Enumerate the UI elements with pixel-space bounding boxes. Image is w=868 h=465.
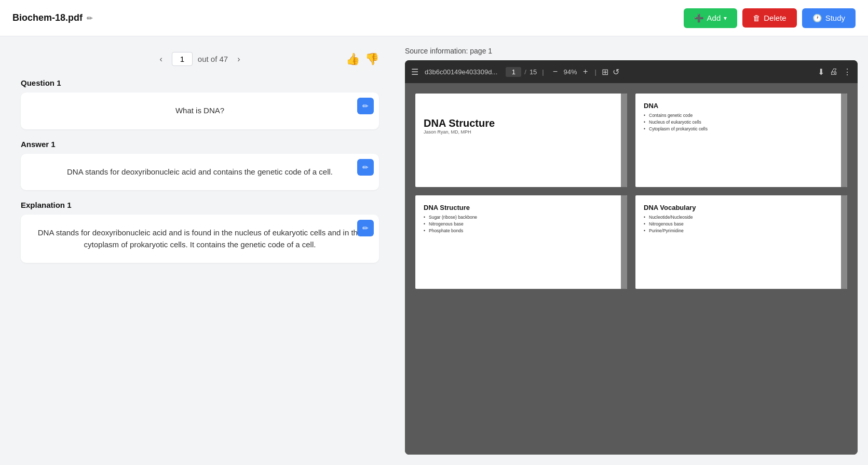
question-text: What is DNA? (31, 105, 369, 117)
pdf-more-button[interactable]: ⋮ (843, 67, 851, 77)
answer-label: Answer 1 (21, 140, 379, 149)
header-actions: ➕ Add ▾ 🗑 Delete 🕐 Study (684, 8, 856, 28)
study-button[interactable]: 🕐 Study (802, 8, 856, 28)
slide-scrollbar-3 (621, 195, 627, 289)
pdf-download-button[interactable]: ⬇ (818, 67, 824, 77)
left-panel: ‹ out of 47 › 👍 👎 Question 1 ✏ What is D… (0, 36, 400, 465)
pdf-rotate-button[interactable]: ↺ (613, 67, 619, 77)
edit-title-icon[interactable]: ✏ (87, 14, 93, 22)
pdf-page-total: 15 (530, 68, 537, 76)
slide-4-bullet-1: Nucleotide/Nucleoside (644, 215, 839, 220)
pdf-toolbar-right-actions: ⬇ 🖨 ⋮ (818, 67, 851, 77)
pdf-toolbar-sep2: | (594, 68, 596, 76)
pdf-zoom-control: − 94% + (551, 67, 590, 76)
slide-3-bullet-3: Phosphate bonds (424, 228, 619, 233)
pdf-slide-1: DNA Structure Jason Ryan, MD, MPH (415, 94, 627, 187)
slide-2-bullets: Contains genetic code Nucleus of eukaryo… (644, 113, 839, 131)
pdf-page-input[interactable] (506, 67, 521, 77)
slide-4-title: DNA Vocabulary (644, 204, 839, 211)
add-button[interactable]: ➕ Add ▾ (684, 8, 738, 28)
page-number-input[interactable] (172, 52, 193, 66)
explanation-label: Explanation 1 (21, 201, 379, 209)
pdf-content: DNA Structure Jason Ryan, MD, MPH DNA Co… (405, 83, 858, 455)
slide-scrollbar-4 (841, 195, 847, 289)
question-label: Question 1 (21, 78, 379, 87)
slide-2-title: DNA (644, 102, 839, 110)
delete-label: Delete (764, 14, 786, 22)
pdf-viewer: ☰ d3b6c00149e403309d... / 15 | − 94% + |… (405, 60, 858, 455)
add-label: Add (707, 14, 721, 22)
main-content: ‹ out of 47 › 👍 👎 Question 1 ✏ What is D… (0, 36, 868, 465)
delete-button[interactable]: 🗑 Delete (742, 8, 796, 28)
plus-icon: ➕ (694, 14, 704, 23)
slide-4-bullet-2: Nitrogenous base (644, 221, 839, 227)
answer-text: DNA stands for deoxyribonucleic acid and… (31, 166, 369, 178)
thumbs-down-button[interactable]: 👎 (365, 52, 379, 66)
edit-answer-button[interactable]: ✏ (357, 159, 374, 176)
edit-icon: ✏ (362, 224, 369, 232)
pdf-slide-4: DNA Vocabulary Nucleotide/Nucleoside Nit… (635, 195, 847, 289)
slide-3-bullets: Sugar (ribose) backbone Nitrogenous base… (424, 215, 619, 233)
slide-3-title: DNA Structure (424, 204, 619, 211)
pdf-filename: d3b6c00149e403309d... (425, 68, 497, 76)
document-title: Biochem-18.pdf (12, 12, 83, 23)
slide-2-bullet-2: Nucleus of eukaryotic cells (644, 119, 839, 125)
edit-question-button[interactable]: ✏ (357, 98, 374, 114)
edit-icon: ✏ (362, 102, 369, 110)
slide-3-bullet-2: Nitrogenous base (424, 221, 619, 227)
pdf-zoom-out-button[interactable]: − (551, 67, 559, 76)
pdf-slide-3: DNA Structure Sugar (ribose) backbone Ni… (415, 195, 627, 289)
slide-scrollbar-2 (841, 94, 847, 187)
pdf-page-control: / 15 (506, 67, 537, 77)
slide-1-title: DNA Structure (424, 117, 619, 129)
slide-4-bullet-3: Purine/Pyrimidine (644, 228, 839, 233)
next-page-button[interactable]: › (233, 52, 244, 66)
study-label: Study (825, 14, 845, 22)
right-panel: Source information: page 1 ☰ d3b6c00149e… (400, 36, 868, 465)
pagination-bar: ‹ out of 47 › 👍 👎 (21, 52, 379, 66)
prev-page-button[interactable]: ‹ (155, 52, 166, 66)
page-total-label: out of 47 (198, 55, 228, 63)
slide-2-bullet-1: Contains genetic code (644, 113, 839, 118)
header-left: Biochem-18.pdf ✏ (12, 12, 93, 23)
pdf-zoom-value: 94% (561, 68, 579, 76)
slide-1-subtitle: Jason Ryan, MD, MPH (424, 129, 619, 135)
source-label: Source information: page 1 (405, 47, 858, 55)
answer-card: ✏ DNA stands for deoxyribonucleic acid a… (21, 154, 379, 191)
pdf-page-sep: / (524, 68, 526, 76)
pdf-slide-2: DNA Contains genetic code Nucleus of euk… (635, 94, 847, 187)
pdf-fit-page-button[interactable]: ⊞ (602, 67, 608, 77)
slide-4-bullets: Nucleotide/Nucleoside Nitrogenous base P… (644, 215, 839, 233)
pdf-print-button[interactable]: 🖨 (830, 67, 838, 76)
edit-icon: ✏ (362, 163, 369, 171)
thumbs-up-button[interactable]: 👍 (346, 52, 360, 66)
explanation-card: ✏ DNA stands for deoxyribonucleic acid a… (21, 215, 379, 263)
header: Biochem-18.pdf ✏ ➕ Add ▾ 🗑 Delete 🕐 Stud… (0, 0, 868, 36)
edit-explanation-button[interactable]: ✏ (357, 220, 374, 236)
explanation-text: DNA stands for deoxyribonucleic acid and… (31, 227, 369, 250)
pdf-zoom-in-button[interactable]: + (581, 67, 589, 76)
trash-icon: 🗑 (753, 14, 761, 22)
clock-icon: 🕐 (812, 14, 822, 23)
pdf-toolbar-sep1: | (542, 68, 544, 76)
pdf-menu-icon[interactable]: ☰ (411, 67, 418, 77)
question-card: ✏ What is DNA? (21, 92, 379, 129)
slide-2-bullet-3: Cytoplasm of prokaryotic cells (644, 126, 839, 131)
slide-scrollbar-1 (621, 94, 627, 187)
pdf-toolbar: ☰ d3b6c00149e403309d... / 15 | − 94% + |… (405, 60, 858, 83)
chevron-down-icon: ▾ (724, 15, 727, 22)
slide-3-bullet-1: Sugar (ribose) backbone (424, 215, 619, 220)
rating-icons: 👍 👎 (346, 52, 379, 66)
